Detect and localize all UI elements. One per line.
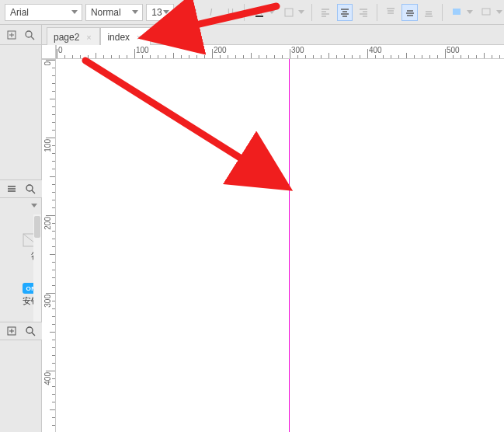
document-tabs: page2 × index ×	[42, 25, 151, 45]
extra-format-split[interactable]	[280, 4, 306, 21]
horizontal-ruler[interactable]: 0100200300400500	[56, 45, 504, 59]
line-color-icon[interactable]	[478, 4, 495, 21]
svg-rect-28	[482, 9, 490, 15]
search-icon[interactable]	[23, 324, 37, 338]
chevron-down-icon[interactable]	[495, 4, 504, 21]
tab-label: page2	[54, 32, 79, 43]
ruler-corner	[42, 45, 56, 59]
valign-middle-button[interactable]	[401, 4, 417, 21]
masters-panel-header	[0, 322, 42, 340]
fill-color-split[interactable]	[448, 4, 474, 21]
font-family-value: Arial	[10, 7, 29, 18]
font-size-select[interactable]: 13	[146, 4, 173, 21]
chevron-down-icon	[131, 9, 139, 16]
close-icon[interactable]: ×	[84, 33, 93, 42]
bold-button[interactable]: B	[185, 4, 200, 21]
svg-point-32	[26, 31, 32, 37]
formatting-toolbar: Arial Normal 13 B I U A	[0, 0, 504, 25]
svg-rect-5	[285, 9, 293, 16]
canvas[interactable]	[56, 59, 504, 432]
chevron-down-icon	[71, 9, 78, 16]
text-color-split[interactable]: A	[250, 4, 276, 21]
svg-line-38	[32, 190, 35, 193]
valign-top-button[interactable]	[383, 4, 398, 21]
tab-page2[interactable]: page2 ×	[47, 27, 100, 46]
scroll-thumb[interactable]	[34, 216, 40, 238]
add-page-icon[interactable]	[5, 28, 19, 42]
svg-rect-4	[255, 16, 263, 17]
font-weight-select[interactable]: Normal	[85, 4, 143, 21]
left-sidebar: 符 ON 安钮	[0, 45, 42, 432]
chevron-down-icon[interactable]	[267, 4, 276, 21]
subheader-row: page2 × index ×	[0, 25, 504, 45]
font-family-select[interactable]: Arial	[5, 4, 82, 21]
fill-color-icon[interactable]	[448, 4, 465, 21]
separator	[179, 4, 180, 21]
align-left-button[interactable]	[318, 4, 333, 21]
separator	[311, 4, 312, 21]
svg-text:U: U	[228, 7, 234, 16]
underline-button[interactable]: U	[223, 4, 238, 21]
chevron-down-icon	[162, 9, 170, 16]
tab-index[interactable]: index ×	[100, 27, 151, 46]
vertical-guide[interactable]	[289, 59, 290, 432]
svg-line-45	[32, 333, 35, 336]
italic-button[interactable]: I	[204, 4, 220, 21]
menu-icon[interactable]	[5, 182, 19, 196]
left-panel-top-controls	[0, 25, 42, 45]
add-icon[interactable]	[5, 324, 19, 338]
font-size-value: 13	[151, 7, 162, 18]
line-color-split[interactable]	[478, 4, 504, 21]
separator	[244, 4, 245, 21]
design-stage: 0100200300400500 0100200300400500	[42, 45, 504, 432]
align-right-button[interactable]	[356, 4, 371, 21]
svg-line-33	[31, 37, 34, 40]
search-icon[interactable]	[23, 28, 36, 42]
svg-text:I: I	[210, 7, 213, 18]
separator	[442, 4, 443, 21]
vertical-ruler[interactable]: 0100200300400500	[42, 59, 56, 432]
text-color-icon[interactable]: A	[250, 4, 267, 21]
more-format-icon[interactable]	[280, 4, 297, 21]
align-center-button[interactable]	[337, 4, 353, 21]
chevron-down-icon	[31, 204, 37, 208]
close-icon[interactable]: ×	[134, 33, 144, 42]
panel-scrollbar[interactable]	[33, 214, 41, 322]
svg-rect-27	[453, 9, 461, 15]
svg-text:A: A	[256, 7, 262, 16]
chevron-down-icon[interactable]	[297, 4, 306, 21]
widgets-panel-header	[0, 179, 42, 198]
panel-dropdown[interactable]	[0, 198, 42, 214]
font-weight-value: Normal	[91, 7, 121, 18]
separator	[377, 4, 377, 21]
chevron-down-icon[interactable]	[465, 4, 474, 21]
search-icon[interactable]	[23, 182, 37, 196]
svg-point-44	[26, 327, 33, 333]
svg-point-37	[26, 185, 33, 191]
valign-bottom-button[interactable]	[421, 4, 436, 21]
svg-text:B: B	[190, 7, 197, 18]
tab-label: index	[107, 32, 130, 43]
